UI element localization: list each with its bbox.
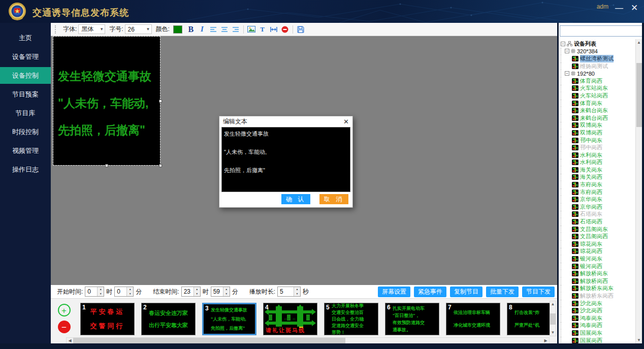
font-select[interactable]: 黑体 ▼ — [78, 24, 105, 34]
sidebar-item-operation-log[interactable]: 操作日志 — [0, 161, 51, 178]
close-button[interactable]: ✕ — [628, 2, 641, 14]
dialog-title-bar[interactable]: 编辑文本 ✕ — [219, 116, 352, 126]
sidebar-item-program-library[interactable]: 节目库 — [0, 105, 51, 121]
scroll-down-icon[interactable]: ▼ — [550, 330, 556, 336]
playlist-thumbnail-7[interactable]: 7依法治理非标车辆净化城市交通环境 — [446, 303, 500, 335]
device-node[interactable]: 石塔岗东 — [561, 211, 635, 218]
device-node[interactable]: 解放桥岗西 — [561, 277, 635, 285]
scrollbar-thumb[interactable] — [73, 338, 345, 343]
program-send-button[interactable]: 节目下发 — [522, 287, 555, 297]
device-node[interactable]: 双博岗西 — [561, 129, 635, 137]
device-node[interactable]: 京华岗西 — [561, 203, 635, 211]
device-node[interactable]: 市府岗东 — [561, 181, 635, 188]
scroll-left-icon[interactable]: ◀ — [67, 338, 73, 343]
sidebar-item-device-control[interactable]: 设备控制 — [0, 67, 51, 84]
align-left-button[interactable] — [208, 24, 219, 35]
device-node[interactable]: 解放桥岗东 — [561, 270, 635, 277]
duration-stepper[interactable]: 5 ▲▼ — [277, 287, 301, 297]
insert-text-button[interactable]: T — [257, 24, 268, 35]
resize-handle-bottom[interactable] — [105, 164, 108, 167]
confirm-button[interactable]: 确 认 — [281, 194, 310, 204]
device-node[interactable]: 维扬岗测试 — [561, 62, 635, 70]
screen-settings-button[interactable]: 屏幕设置 — [378, 287, 410, 297]
device-node[interactable]: 火车站岗西 — [561, 92, 635, 100]
playlist-thumbnail-5[interactable]: 5大力开展秋冬季交通安全整治百日会战，全力稳定道路交通安全形势！ — [324, 303, 378, 335]
device-node[interactable]: 来鹤台岗西 — [561, 114, 635, 122]
device-node[interactable]: 双博岗东 — [561, 122, 635, 130]
scrollbar-thumb[interactable] — [550, 313, 556, 325]
stepper-arrows[interactable]: ▲▼ — [294, 287, 300, 296]
device-node[interactable]: 体育岗西 — [561, 77, 635, 85]
color-swatch[interactable] — [173, 25, 182, 34]
emergency-event-button[interactable]: 紧急事件 — [414, 287, 446, 297]
cancel-button[interactable]: 取 消 — [319, 194, 348, 204]
remove-program-button[interactable]: − — [58, 321, 71, 333]
device-node[interactable]: 解放桥东岗西 — [561, 292, 635, 300]
resize-handle-right[interactable] — [159, 100, 162, 103]
playlist-thumbnail-3[interactable]: 3发生轻微交通事故"人未伤，车能动,先拍照，后撤离" — [202, 303, 256, 335]
resize-handle-corner[interactable] — [159, 164, 162, 167]
device-node[interactable]: 火车站岗东 — [561, 85, 635, 92]
device-node[interactable]: 解放桥东岗东 — [561, 285, 635, 293]
sidebar-item-device-management[interactable]: 设备管理 — [0, 48, 51, 65]
device-node[interactable]: 体育岗东 — [561, 100, 635, 107]
minimize-button[interactable]: — — [613, 2, 626, 14]
end-hour-stepper[interactable]: 23 ▲▼ — [181, 287, 201, 297]
device-node[interactable]: 银河岗东 — [561, 255, 635, 263]
align-center-button[interactable] — [219, 24, 230, 35]
tree-root[interactable]: −设备列表 — [561, 40, 635, 48]
sidebar-item-video-management[interactable]: 视频管理 — [0, 142, 51, 159]
collapse-expander[interactable]: − — [565, 49, 569, 53]
device-tree-scrollbar[interactable]: ▲ ▼ — [635, 39, 642, 343]
copy-program-button[interactable]: 复制节目 — [450, 287, 482, 297]
italic-button[interactable]: I — [197, 24, 208, 35]
bold-button[interactable]: B — [185, 24, 197, 35]
device-node[interactable]: 国展岗东 — [561, 329, 635, 337]
save-button[interactable] — [295, 24, 306, 35]
end-minute-stepper[interactable]: 59 ▲▼ — [211, 287, 230, 297]
device-node[interactable]: 文昌阁岗东 — [561, 226, 635, 233]
device-node[interactable]: 国展岗西 — [561, 337, 635, 343]
device-node[interactable]: 沙北岗东 — [561, 300, 635, 307]
sidebar-item-home[interactable]: 主页 — [0, 29, 51, 46]
device-node[interactable]: 邗中岗东 — [561, 137, 635, 144]
batch-send-button[interactable]: 批量下发 — [486, 287, 519, 297]
device-node[interactable]: 螺丝湾桥测试 — [561, 55, 635, 62]
scroll-up-icon[interactable]: ▲ — [550, 301, 556, 307]
font-size-select[interactable]: 26 ▼ — [125, 24, 152, 34]
device-node[interactable]: 海关岗西 — [561, 174, 635, 181]
playlist-thumbnail-1[interactable]: 1平安春运交警同行 — [80, 303, 135, 335]
device-node[interactable]: 鸿泰岗西 — [561, 322, 635, 330]
stepper-arrows[interactable]: ▲▼ — [126, 287, 133, 296]
playlist-thumbnail-8[interactable]: 8打击改装"炸严查严处"机 — [507, 303, 550, 335]
device-node[interactable]: 水利岗东 — [561, 151, 635, 159]
playlist-thumbnail-6[interactable]: 6扎实开展电动车"百日整治"，有效预防道路交通事故。 — [385, 303, 439, 335]
sidebar-item-period-control[interactable]: 时段控制 — [0, 123, 51, 140]
stepper-arrows[interactable]: ▲▼ — [97, 287, 104, 296]
device-node[interactable]: 银河岗西 — [561, 263, 635, 270]
align-right-button[interactable] — [230, 24, 241, 35]
device-node[interactable]: 京华岗东 — [561, 196, 635, 203]
tree-group-192x80[interactable]: −192*80 — [561, 70, 635, 77]
collapse-expander[interactable]: − — [565, 71, 569, 76]
device-node[interactable]: 石塔岗西 — [561, 218, 635, 226]
device-node[interactable]: 邗中岗西 — [561, 144, 635, 151]
scroll-right-icon[interactable]: ▶ — [542, 338, 549, 343]
collapse-expander[interactable]: − — [561, 42, 565, 46]
device-search-input[interactable] — [560, 25, 643, 37]
spacing-button[interactable] — [268, 24, 279, 35]
text-editor-area[interactable]: 发生轻微交通事故"人未伤，车能动,先拍照，后撤离" — [221, 127, 350, 192]
led-preview[interactable]: 发生轻微交通事故"人未伤，车能动,先拍照，后撤离" — [53, 37, 160, 165]
start-minute-stepper[interactable]: 0 ▲▼ — [114, 287, 134, 297]
scroll-down-icon[interactable]: ▼ — [636, 337, 642, 343]
start-hour-stepper[interactable]: 0 ▲▼ — [85, 287, 104, 297]
scrollbar-thumb[interactable] — [636, 63, 642, 127]
device-node[interactable]: 琼花岗东 — [561, 240, 635, 248]
editor-canvas[interactable]: 发生轻微交通事故"人未伤，车能动,先拍照，后撤离" 编辑文本 ✕ 发生轻微交通事… — [51, 36, 557, 285]
add-program-button[interactable]: + — [58, 304, 71, 316]
playlist-vertical-scrollbar[interactable]: ▲ ▼ — [550, 301, 556, 336]
device-node[interactable]: 琼花岗西 — [561, 248, 635, 256]
playlist-thumbnail-4[interactable]: 4102430请礼让斑马线 — [263, 303, 317, 335]
device-node[interactable]: 海关岗东 — [561, 166, 635, 174]
device-node[interactable]: 市府岗西 — [561, 188, 635, 196]
